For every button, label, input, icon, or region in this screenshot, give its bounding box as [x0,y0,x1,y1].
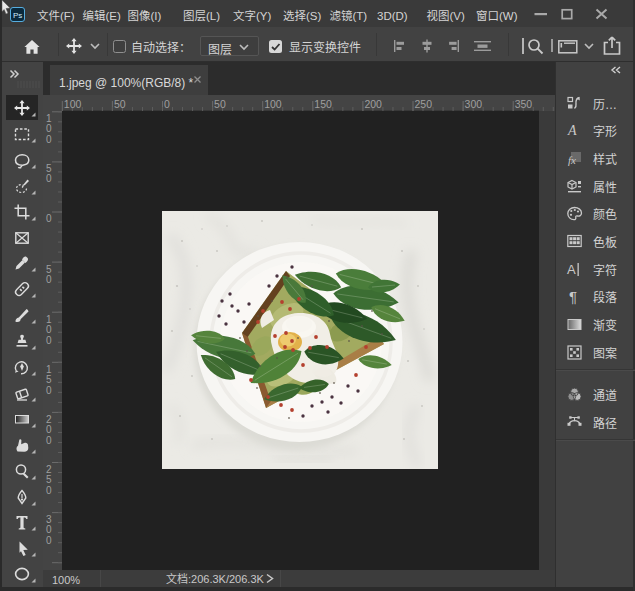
svg-text:A: A [567,262,576,277]
svg-text:fx: fx [568,154,576,166]
svg-text:¶: ¶ [569,288,577,305]
svg-text:A: A [567,123,577,138]
